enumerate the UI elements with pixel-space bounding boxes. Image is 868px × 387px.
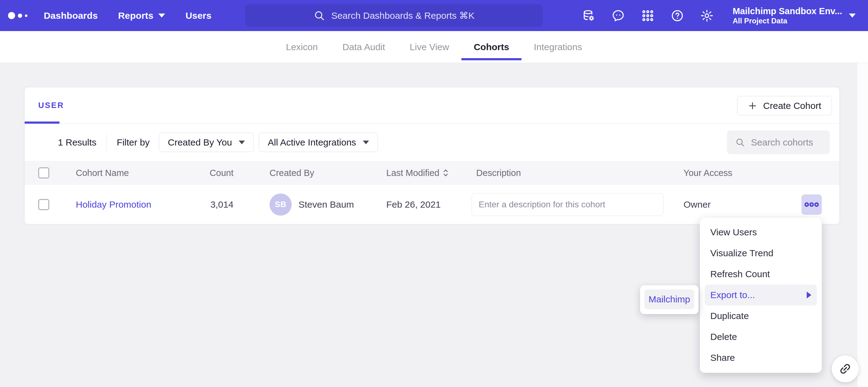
column-header-last-modified[interactable]: Last Modified <box>386 168 449 178</box>
search-icon <box>313 9 326 22</box>
table-header-row: Cohort Name Count Created By Last Modifi… <box>25 161 839 185</box>
project-subtitle: All Project Data <box>733 16 842 26</box>
primary-nav-links: Dashboards Reports Users <box>44 10 212 21</box>
link-icon <box>836 359 855 378</box>
menu-item-refresh-count[interactable]: Refresh Count <box>700 263 822 285</box>
row-checkbox[interactable] <box>38 199 49 210</box>
cohorts-panel: USER Create Cohort 1 Results Filter by C… <box>24 87 840 224</box>
cohort-count: 3,014 <box>208 199 270 210</box>
column-header-count: Count <box>208 168 270 178</box>
tab-lexicon[interactable]: Lexicon <box>274 31 330 63</box>
chevron-down-icon <box>158 13 165 17</box>
logo-dot-small <box>25 14 27 17</box>
submenu-arrow-icon <box>807 292 811 298</box>
cohort-search <box>727 131 830 154</box>
avatar: SB <box>270 194 292 216</box>
nav-item-reports[interactable]: Reports <box>118 10 165 21</box>
apps-grid-icon[interactable] <box>641 9 655 23</box>
feedback-icon[interactable] <box>611 9 625 23</box>
search-icon <box>735 137 745 148</box>
top-nav: Dashboards Reports Users Search Dashboar… <box>0 0 868 31</box>
filter-bar: 1 Results Filter by Created By You All A… <box>25 124 839 161</box>
copy-link-fab[interactable] <box>832 355 859 382</box>
top-nav-right: Mailchimp Sandbox Env... All Project Dat… <box>582 0 856 31</box>
menu-item-delete[interactable]: Delete <box>700 326 822 347</box>
integrations-filter-dropdown[interactable]: All Active Integrations <box>259 133 378 152</box>
data-management-icon[interactable] <box>582 9 596 23</box>
chevron-down-icon <box>239 141 245 144</box>
menu-item-visualize-trend[interactable]: Visualize Trend <box>700 243 822 263</box>
scrollbar-track[interactable] <box>857 63 868 387</box>
active-tab-underline <box>461 58 522 60</box>
tab-user-cohorts[interactable]: USER <box>25 87 64 124</box>
sort-icon <box>443 168 449 177</box>
menu-item-export-to[interactable]: Export to... <box>705 285 817 306</box>
export-submenu: Mailchimp <box>640 285 699 314</box>
tab-live-view[interactable]: Live View <box>397 31 461 63</box>
project-name: Mailchimp Sandbox Env... <box>733 5 842 16</box>
chevron-down-icon <box>849 13 856 17</box>
project-switcher[interactable]: Mailchimp Sandbox Env... All Project Dat… <box>733 5 856 26</box>
settings-icon[interactable] <box>700 9 714 23</box>
chevron-down-icon <box>363 141 369 144</box>
results-count: 1 Results <box>58 137 96 148</box>
logo-dot-large <box>8 12 15 19</box>
panel-header: USER Create Cohort <box>25 87 839 124</box>
column-header-description: Description <box>476 168 683 178</box>
last-modified-date: Feb 26, 2021 <box>386 199 476 210</box>
divider <box>106 134 107 151</box>
plus-icon <box>748 101 757 110</box>
user-tab-underline <box>25 121 59 124</box>
secondary-nav: Lexicon Data Audit Live View Cohorts Int… <box>0 31 868 63</box>
menu-item-view-users[interactable]: View Users <box>700 222 822 243</box>
row-context-menu: View Users Visualize Trend Refresh Count… <box>700 217 822 373</box>
menu-item-share[interactable]: Share <box>700 347 822 368</box>
global-search-placeholder: Search Dashboards & Reports ⌘K <box>331 10 474 21</box>
access-level: Owner <box>683 199 802 210</box>
nav-item-users[interactable]: Users <box>185 10 211 21</box>
column-header-created-by: Created By <box>270 168 386 178</box>
row-actions-button[interactable] <box>802 195 822 215</box>
create-cohort-button[interactable]: Create Cohort <box>737 96 832 115</box>
nav-item-dashboards[interactable]: Dashboards <box>44 10 98 21</box>
tab-data-audit[interactable]: Data Audit <box>330 31 397 63</box>
tab-integrations[interactable]: Integrations <box>522 31 594 63</box>
column-header-your-access: Your Access <box>683 168 802 178</box>
help-icon[interactable] <box>670 9 684 23</box>
mixpanel-logo[interactable] <box>8 12 30 19</box>
tab-cohorts[interactable]: Cohorts <box>461 31 522 63</box>
filter-by-label: Filter by <box>117 137 150 148</box>
created-by-filter-dropdown[interactable]: Created By You <box>159 133 254 152</box>
submenu-item-mailchimp[interactable]: Mailchimp <box>644 289 694 309</box>
logo-dot-medium <box>18 13 22 18</box>
column-header-cohort-name: Cohort Name <box>76 168 208 178</box>
description-input[interactable] <box>472 193 663 216</box>
created-by-cell: SB Steven Baum <box>270 194 386 216</box>
menu-item-duplicate[interactable]: Duplicate <box>700 306 822 326</box>
more-options-icon <box>804 202 819 208</box>
created-by-name: Steven Baum <box>299 199 354 210</box>
global-search-input[interactable]: Search Dashboards & Reports ⌘K <box>245 4 543 27</box>
select-all-checkbox[interactable] <box>38 167 49 178</box>
cohort-name-link[interactable]: Holiday Promotion <box>76 199 151 210</box>
